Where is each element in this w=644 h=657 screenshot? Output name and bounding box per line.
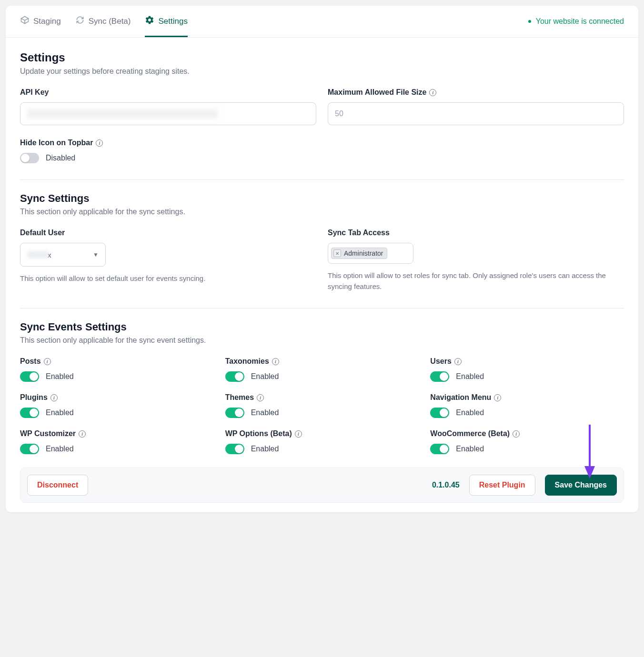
toggle-state-text: Enabled (456, 445, 484, 453)
event-toggle[interactable] (430, 408, 449, 418)
redacted-value (27, 251, 49, 259)
event-label: Users (430, 357, 451, 366)
event-navigation-menu: Navigation Menui Enabled (430, 393, 624, 418)
divider (20, 179, 624, 180)
info-icon[interactable]: i (295, 430, 302, 438)
event-woocommerce: WooCommerce (Beta)i Enabled (430, 429, 624, 454)
status-text: Your website is connected (536, 17, 624, 26)
info-icon[interactable]: i (454, 358, 462, 365)
info-icon[interactable]: i (513, 430, 520, 438)
toggle-state-text: Enabled (46, 445, 74, 453)
event-label: WP Customizer (20, 429, 76, 438)
max-file-input[interactable] (328, 102, 624, 125)
default-user-select[interactable]: x ▼ (20, 243, 106, 267)
tab-sync[interactable]: Sync (Beta) (75, 6, 131, 37)
sync-title: Sync Settings (20, 192, 624, 205)
toggle-state-text: Enabled (251, 408, 279, 417)
event-wp-options: WP Options (Beta)i Enabled (225, 429, 419, 454)
event-label: Taxonomies (225, 357, 269, 366)
event-taxonomies: Taxonomiesi Enabled (225, 357, 419, 382)
page-subtitle: Update your settings before creating sta… (20, 67, 624, 76)
default-user-field: Default User x ▼ This option will allow … (20, 229, 316, 292)
event-toggle[interactable] (20, 371, 39, 382)
event-toggle[interactable] (430, 444, 449, 454)
event-label: Themes (225, 393, 254, 402)
event-label: WooCommerce (Beta) (430, 429, 510, 438)
chip-remove-icon[interactable]: ✕ (333, 249, 341, 257)
event-toggle[interactable] (20, 444, 39, 454)
info-icon[interactable]: i (272, 358, 279, 365)
redacted-value (27, 109, 218, 119)
event-toggle[interactable] (225, 444, 244, 454)
settings-body: Settings Update your settings before cre… (6, 38, 638, 512)
divider (20, 308, 624, 309)
toggle-state-text: Enabled (251, 445, 279, 453)
info-icon[interactable]: i (44, 358, 51, 365)
event-label: Posts (20, 357, 41, 366)
sync-tab-access-label: Sync Tab Access (328, 229, 624, 237)
chip-label: Administrator (344, 249, 383, 257)
save-changes-button[interactable]: Save Changes (545, 475, 617, 496)
event-toggle[interactable] (430, 371, 449, 382)
info-icon[interactable]: i (494, 394, 501, 401)
event-label: Plugins (20, 393, 48, 402)
default-user-help: This option will allow to set default us… (20, 273, 316, 284)
event-label: WP Options (Beta) (225, 429, 292, 438)
chevron-down-icon: ▼ (93, 251, 99, 258)
hide-icon-label: Hide Icon on Topbar i (20, 139, 624, 147)
info-icon[interactable]: i (257, 394, 264, 401)
api-key-field: API Key (20, 88, 316, 125)
events-grid: Postsi Enabled Taxonomiesi Enabled Users… (20, 357, 624, 454)
tab-settings[interactable]: Settings (145, 6, 187, 37)
toggle-state-text: Enabled (251, 372, 279, 381)
role-chip: ✕ Administrator (331, 248, 387, 259)
events-subtitle: This section only applicable for the syn… (20, 336, 624, 345)
sync-icon (75, 15, 85, 27)
version-text: 0.1.0.45 (432, 481, 460, 489)
toggle-state-text: Disabled (46, 154, 75, 162)
info-icon[interactable]: i (429, 89, 436, 96)
max-file-label: Maximum Allowed File Size i (328, 88, 624, 97)
box-icon (20, 15, 30, 27)
event-toggle[interactable] (20, 408, 39, 418)
event-label: Navigation Menu (430, 393, 491, 402)
tabs: Staging Sync (Beta) Settings (20, 6, 188, 37)
event-posts: Postsi Enabled (20, 357, 214, 382)
footer-bar: Disconnect 0.1.0.45 Reset Plugin Save Ch… (20, 468, 624, 503)
disconnect-button[interactable]: Disconnect (27, 475, 88, 496)
gear-icon (145, 15, 154, 27)
event-wp-customizer: WP Customizeri Enabled (20, 429, 214, 454)
toggle-state-text: Enabled (456, 372, 484, 381)
label-text: Hide Icon on Topbar (20, 139, 93, 147)
info-icon[interactable]: i (50, 394, 58, 401)
sync-tab-access-help: This option will allow to set roles for … (328, 270, 624, 292)
event-toggle[interactable] (225, 408, 244, 418)
tab-label: Settings (158, 17, 187, 26)
reset-plugin-button[interactable]: Reset Plugin (469, 475, 535, 496)
tab-label: Sync (Beta) (89, 17, 131, 26)
sync-subtitle: This section only applicable for the syn… (20, 208, 624, 216)
default-user-label: Default User (20, 229, 316, 237)
status-dot-icon (528, 20, 531, 23)
info-icon[interactable]: i (79, 430, 86, 438)
tab-staging[interactable]: Staging (20, 6, 61, 37)
info-icon[interactable]: i (96, 139, 103, 147)
settings-card: Staging Sync (Beta) Settings Your websit… (6, 6, 638, 512)
api-key-label: API Key (20, 88, 316, 97)
events-title: Sync Events Settings (20, 321, 624, 333)
tabs-row: Staging Sync (Beta) Settings Your websit… (6, 6, 638, 38)
label-text: Maximum Allowed File Size (328, 88, 426, 97)
api-key-input[interactable] (20, 102, 316, 125)
event-plugins: Pluginsi Enabled (20, 393, 214, 418)
event-users: Usersi Enabled (430, 357, 624, 382)
max-file-field: Maximum Allowed File Size i (328, 88, 624, 125)
toggle-state-text: Enabled (456, 408, 484, 417)
sync-tab-access-input[interactable]: ✕ Administrator (328, 243, 413, 264)
tab-label: Staging (33, 17, 61, 26)
toggle-state-text: Enabled (46, 372, 74, 381)
page-title: Settings (20, 51, 624, 64)
hide-icon-toggle[interactable] (20, 153, 39, 163)
sync-tab-access-field: Sync Tab Access ✕ Administrator This opt… (328, 229, 624, 292)
hide-icon-field: Hide Icon on Topbar i Disabled (20, 139, 624, 163)
event-toggle[interactable] (225, 371, 244, 382)
